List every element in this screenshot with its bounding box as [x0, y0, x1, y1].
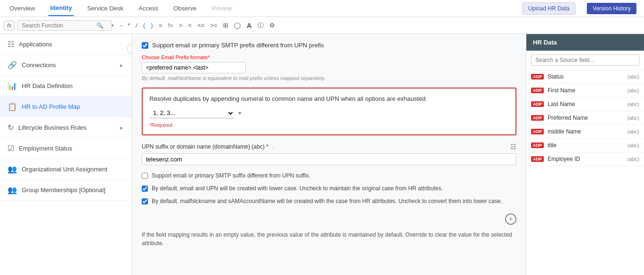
toolbar-text[interactable]: A [245, 20, 253, 30]
bottom-note: If the field mapping results in an empty… [142, 231, 516, 248]
toolbar-not-equals[interactable]: != [166, 21, 174, 30]
grid-icon: ☷ [8, 40, 14, 49]
toolbar-clock[interactable]: ◯ [232, 21, 242, 30]
upload-hr-data-button[interactable]: Upload HR Data [522, 2, 575, 15]
email-prefix-label: Choose Email Prefix formats* [142, 54, 516, 60]
source-field-search[interactable] [531, 54, 639, 66]
source-badge-0: ADP [531, 74, 544, 80]
source-field-type-5: (abc) [627, 142, 639, 148]
email-prefix-hint: By default, mailNickName is equivalent t… [142, 75, 516, 81]
toolbar-open-paren[interactable]: ( [142, 21, 146, 30]
nav-overview[interactable]: Overview [8, 1, 37, 16]
toolbar-info[interactable]: ⓘ [256, 20, 265, 31]
refresh-icon: ↻ [8, 123, 14, 132]
source-field-item-preferred-name[interactable]: ADP Preferred Name (abc) [526, 111, 644, 125]
sidebar-item-applications[interactable]: ☷ Applications [0, 34, 132, 55]
nav-review[interactable]: Review [210, 1, 234, 16]
source-field-item-first-name[interactable]: ADP First Name (abc) [526, 84, 644, 98]
upn-input-wrapper [142, 153, 516, 165]
sidebar-label-org-unit: Organizational Unit Assignment [22, 166, 107, 173]
sidebar-item-employment-status[interactable]: ☑ Employment Status [0, 138, 132, 159]
right-panel-header: HR Data [526, 34, 644, 51]
source-field-item-employee-id[interactable]: ADP Employee ID (abc) [526, 152, 644, 166]
sidebar-item-hr-data-definition[interactable]: 📊 HR Data Definition [0, 76, 132, 97]
nav-access[interactable]: Access [137, 1, 160, 16]
source-field-item-title[interactable]: ADP title (abc) [526, 139, 644, 152]
toolbar-equals[interactable]: = [157, 21, 164, 30]
sidebar-item-connections[interactable]: 🔗 Connections ► [0, 55, 132, 76]
sidebar-item-org-unit[interactable]: 👥 Organizational Unit Assignment [0, 159, 132, 180]
search-function-wrapper: 🔍 [17, 20, 106, 31]
email-prefix-dropdown-row: <preferred name>.<last> [142, 62, 516, 73]
sidebar-label-connections: Connections [22, 62, 56, 69]
upn-section: UPN suffix or domain name (domainName) (… [142, 143, 516, 165]
source-field-item-middle-name[interactable]: ADP middle Name (abc) [526, 125, 644, 139]
formula-bar: fx 🔍 + - * / ( ) = != > < <= >= ⊞ ◯ A ⓘ … [0, 17, 644, 34]
smtp-suffix-checkbox[interactable] [142, 173, 148, 179]
check-circle-icon: ☑ [8, 144, 14, 153]
smtp-suffix-label: Support email or primary SMTP suffix dif… [152, 172, 310, 180]
search-icon: 🔍 [96, 22, 103, 29]
table-icon: 📋 [8, 102, 17, 111]
toolbar-lte[interactable]: <= [196, 21, 206, 30]
mail-nickname-row: By default, mailNickname and sAMAccountN… [142, 197, 516, 205]
lifecycle-toggle[interactable]: ► [119, 125, 124, 131]
source-field-name-4: middle Name [548, 128, 624, 135]
mail-nickname-label: By default, mailNickname and sAMAccountN… [152, 197, 502, 205]
duplicates-dropdown-row: 1, 2, 3... ▼ [149, 108, 509, 118]
source-badge-4: ADP [531, 129, 544, 134]
toolbar-multiply[interactable]: * [126, 21, 131, 30]
source-field-item-status[interactable]: ADP Status (abc) [526, 70, 644, 84]
smtp-suffix-row: Support email or primary SMTP suffix dif… [142, 172, 516, 180]
toolbar-grid[interactable]: ⊞ [222, 21, 230, 30]
source-field-name-6: Employee ID [548, 156, 624, 162]
source-field-name-5: title [548, 142, 624, 149]
add-field-button[interactable]: + [505, 213, 516, 225]
toolbar-gt[interactable]: > [177, 21, 184, 30]
toolbar-special[interactable]: ⚙ [268, 21, 276, 30]
version-history-button[interactable]: Version History [587, 3, 636, 14]
source-field-name-1: First Name [548, 87, 624, 94]
source-field-type-6: (abc) [627, 156, 639, 162]
email-prefix-dropdown[interactable]: <preferred name>.<last> [142, 62, 246, 73]
source-field-type-3: (abc) [627, 115, 639, 121]
source-field-name-0: Status [548, 73, 624, 80]
top-navigation: Overview Identity Service Desk Access Ob… [0, 0, 644, 17]
add-button-row: + [142, 210, 516, 225]
toolbar-lt[interactable]: < [187, 21, 193, 30]
lowercase-email-checkbox[interactable] [142, 186, 148, 192]
toolbar-close-paren[interactable]: ) [149, 21, 154, 30]
upn-domain-input[interactable] [146, 156, 512, 163]
source-field-type-4: (abc) [627, 129, 639, 134]
right-panel-search-wrapper [526, 51, 644, 70]
resolve-duplicates-title: Resolve duplicates by appending numeral … [149, 95, 509, 102]
smtp-prefix-row: Support email or primary SMTP prefix dif… [142, 42, 516, 49]
nav-identity[interactable]: Identity [48, 0, 74, 16]
toolbar-divide[interactable]: / [134, 21, 139, 30]
fx-label: fx [4, 21, 15, 30]
sidebar-label-applications: Applications [19, 41, 52, 48]
source-field-name-2: Last Name [548, 101, 624, 107]
sidebar-item-hr-to-ad[interactable]: 📋 HR to AD Profile Map [0, 97, 132, 117]
sidebar-label-employment-status: Employment Status [19, 145, 72, 152]
sidebar-item-lifecycle[interactable]: ↻ Lifecycle Business Rules ► [0, 117, 132, 138]
smtp-prefix-checkbox[interactable] [142, 42, 148, 49]
upn-label: UPN suffix or domain name (domainName) (… [142, 143, 268, 150]
source-field-item-last-name[interactable]: ADP Last Name (abc) [526, 98, 644, 111]
toolbar-minus[interactable]: - [119, 21, 123, 30]
resolve-duplicates-box: Resolve duplicates by appending numeral … [142, 88, 516, 135]
right-panel: HR Data ADP Status (abc) ADP First Name … [526, 34, 644, 275]
nav-observe[interactable]: Observe [172, 1, 198, 16]
toolbar-gte[interactable]: >= [209, 21, 219, 30]
source-field-name-3: Preferred Name [548, 115, 624, 121]
sidebar-label-hr-to-ad: HR to AD Profile Map [22, 103, 80, 110]
connections-toggle[interactable]: ► [119, 62, 124, 68]
main-layout: ‹ ☷ Applications 🔗 Connections ► 📊 HR Da… [0, 34, 644, 275]
source-badge-3: ADP [531, 115, 544, 121]
sidebar-item-group-memberships[interactable]: 👥 Group Memberships [Optional] [0, 180, 132, 201]
table-view-icon[interactable]: ☷ [510, 143, 516, 151]
nav-service-desk[interactable]: Service Desk [85, 1, 125, 16]
duplicates-dropdown[interactable]: 1, 2, 3... [149, 108, 234, 118]
mail-nickname-checkbox[interactable] [142, 198, 148, 204]
source-fields-list: ADP Status (abc) ADP First Name (abc) AD… [526, 70, 644, 166]
